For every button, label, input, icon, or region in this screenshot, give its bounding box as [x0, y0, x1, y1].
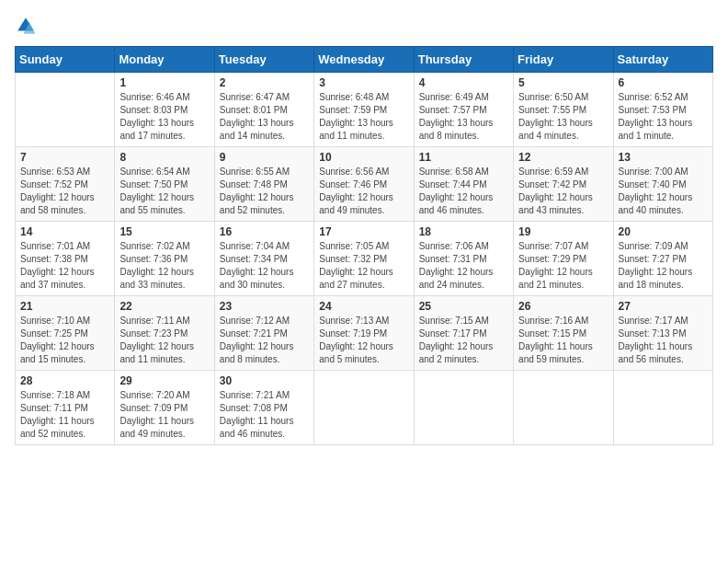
- day-number: 20: [619, 225, 708, 238]
- day-number: 15: [119, 225, 209, 238]
- calendar-week-row: 7Sunrise: 6:53 AMSunset: 7:52 PMDaylight…: [16, 147, 713, 222]
- day-info: Sunrise: 7:21 AMSunset: 7:08 PMDaylight:…: [220, 389, 309, 441]
- calendar-table: SundayMondayTuesdayWednesdayThursdayFrid…: [15, 46, 713, 445]
- day-number: 13: [619, 151, 708, 164]
- weekday-header-tuesday: Tuesday: [214, 47, 313, 73]
- day-info: Sunrise: 7:15 AMSunset: 7:17 PMDaylight:…: [419, 315, 508, 366]
- day-number: 12: [518, 151, 608, 164]
- weekday-header-sunday: Sunday: [16, 47, 115, 73]
- calendar-cell: 3Sunrise: 6:48 AMSunset: 7:59 PMDaylight…: [314, 73, 414, 147]
- calendar-cell: 9Sunrise: 6:55 AMSunset: 7:48 PMDaylight…: [214, 147, 313, 222]
- weekday-header-thursday: Thursday: [414, 47, 513, 73]
- day-number: 1: [119, 76, 209, 89]
- calendar-cell: 4Sunrise: 6:49 AMSunset: 7:57 PMDaylight…: [414, 73, 513, 147]
- calendar-cell: 15Sunrise: 7:02 AMSunset: 7:36 PMDayligh…: [115, 222, 214, 296]
- day-number: 24: [319, 300, 408, 313]
- day-info: Sunrise: 7:00 AMSunset: 7:40 PMDaylight:…: [619, 166, 708, 217]
- calendar-cell: 24Sunrise: 7:13 AMSunset: 7:19 PMDayligh…: [314, 296, 414, 371]
- calendar-week-row: 1Sunrise: 6:46 AMSunset: 8:03 PMDaylight…: [16, 73, 713, 147]
- day-info: Sunrise: 7:17 AMSunset: 7:13 PMDaylight:…: [619, 315, 708, 366]
- day-number: 30: [220, 374, 309, 387]
- day-number: 7: [20, 151, 109, 164]
- calendar-cell: 27Sunrise: 7:17 AMSunset: 7:13 PMDayligh…: [613, 296, 712, 371]
- day-info: Sunrise: 6:54 AMSunset: 7:50 PMDaylight:…: [119, 166, 209, 217]
- calendar-cell: 16Sunrise: 7:04 AMSunset: 7:34 PMDayligh…: [214, 222, 313, 296]
- day-info: Sunrise: 6:49 AMSunset: 7:57 PMDaylight:…: [419, 91, 508, 143]
- calendar-week-row: 21Sunrise: 7:10 AMSunset: 7:25 PMDayligh…: [16, 296, 713, 371]
- day-number: 17: [319, 225, 408, 238]
- day-number: 3: [319, 76, 408, 89]
- day-number: 8: [119, 151, 209, 164]
- calendar-cell: 29Sunrise: 7:20 AMSunset: 7:09 PMDayligh…: [115, 371, 214, 445]
- day-number: 22: [119, 300, 209, 313]
- day-info: Sunrise: 7:09 AMSunset: 7:27 PMDaylight:…: [619, 240, 708, 292]
- calendar-cell: [514, 371, 613, 445]
- day-info: Sunrise: 7:05 AMSunset: 7:32 PMDaylight:…: [319, 240, 408, 292]
- day-info: Sunrise: 7:18 AMSunset: 7:11 PMDaylight:…: [20, 389, 109, 441]
- calendar-cell: 22Sunrise: 7:11 AMSunset: 7:23 PMDayligh…: [115, 296, 214, 371]
- weekday-header-friday: Friday: [514, 47, 613, 73]
- calendar-cell: 19Sunrise: 7:07 AMSunset: 7:29 PMDayligh…: [514, 222, 613, 296]
- day-number: 18: [419, 225, 508, 238]
- calendar-cell: [16, 73, 115, 147]
- calendar-cell: 10Sunrise: 6:56 AMSunset: 7:46 PMDayligh…: [314, 147, 414, 222]
- day-info: Sunrise: 7:12 AMSunset: 7:21 PMDaylight:…: [220, 315, 309, 366]
- day-number: 16: [220, 225, 309, 238]
- calendar-cell: 30Sunrise: 7:21 AMSunset: 7:08 PMDayligh…: [214, 371, 313, 445]
- day-number: 10: [319, 151, 408, 164]
- weekday-header-monday: Monday: [115, 47, 214, 73]
- day-number: 28: [20, 374, 109, 387]
- calendar-cell: 7Sunrise: 6:53 AMSunset: 7:52 PMDaylight…: [16, 147, 115, 222]
- day-number: 5: [518, 76, 608, 89]
- calendar-cell: 18Sunrise: 7:06 AMSunset: 7:31 PMDayligh…: [414, 222, 513, 296]
- day-number: 21: [20, 300, 109, 313]
- day-info: Sunrise: 6:47 AMSunset: 8:01 PMDaylight:…: [220, 91, 309, 143]
- day-info: Sunrise: 7:04 AMSunset: 7:34 PMDaylight:…: [220, 240, 309, 292]
- day-number: 6: [619, 76, 708, 89]
- day-number: 27: [619, 300, 708, 313]
- day-number: 23: [220, 300, 309, 313]
- day-info: Sunrise: 7:06 AMSunset: 7:31 PMDaylight:…: [419, 240, 508, 292]
- day-number: 26: [518, 300, 608, 313]
- calendar-cell: 8Sunrise: 6:54 AMSunset: 7:50 PMDaylight…: [115, 147, 214, 222]
- day-info: Sunrise: 6:55 AMSunset: 7:48 PMDaylight:…: [220, 166, 309, 217]
- day-info: Sunrise: 6:48 AMSunset: 7:59 PMDaylight:…: [319, 91, 408, 143]
- day-number: 4: [419, 76, 508, 89]
- weekday-header-saturday: Saturday: [613, 47, 712, 73]
- day-info: Sunrise: 6:58 AMSunset: 7:44 PMDaylight:…: [419, 166, 508, 217]
- day-info: Sunrise: 7:13 AMSunset: 7:19 PMDaylight:…: [319, 315, 408, 366]
- day-number: 19: [518, 225, 608, 238]
- page-header: [15, 15, 713, 37]
- calendar-cell: [414, 371, 513, 445]
- day-number: 25: [419, 300, 508, 313]
- day-info: Sunrise: 7:20 AMSunset: 7:09 PMDaylight:…: [119, 389, 209, 441]
- calendar-week-row: 14Sunrise: 7:01 AMSunset: 7:38 PMDayligh…: [16, 222, 713, 296]
- day-info: Sunrise: 6:59 AMSunset: 7:42 PMDaylight:…: [518, 166, 608, 217]
- day-info: Sunrise: 6:52 AMSunset: 7:53 PMDaylight:…: [619, 91, 708, 143]
- calendar-cell: 17Sunrise: 7:05 AMSunset: 7:32 PMDayligh…: [314, 222, 414, 296]
- calendar-cell: [613, 371, 712, 445]
- logo-icon: [15, 15, 37, 37]
- calendar-cell: 2Sunrise: 6:47 AMSunset: 8:01 PMDaylight…: [214, 73, 313, 147]
- calendar-cell: 21Sunrise: 7:10 AMSunset: 7:25 PMDayligh…: [16, 296, 115, 371]
- calendar-cell: 5Sunrise: 6:50 AMSunset: 7:55 PMDaylight…: [514, 73, 613, 147]
- calendar-cell: 6Sunrise: 6:52 AMSunset: 7:53 PMDaylight…: [613, 73, 712, 147]
- day-number: 9: [220, 151, 309, 164]
- day-info: Sunrise: 6:56 AMSunset: 7:46 PMDaylight:…: [319, 166, 408, 217]
- day-number: 11: [419, 151, 508, 164]
- calendar-cell: 23Sunrise: 7:12 AMSunset: 7:21 PMDayligh…: [214, 296, 313, 371]
- day-info: Sunrise: 6:50 AMSunset: 7:55 PMDaylight:…: [518, 91, 608, 143]
- day-number: 2: [220, 76, 309, 89]
- day-info: Sunrise: 7:16 AMSunset: 7:15 PMDaylight:…: [518, 315, 608, 366]
- calendar-cell: 28Sunrise: 7:18 AMSunset: 7:11 PMDayligh…: [16, 371, 115, 445]
- calendar-cell: 1Sunrise: 6:46 AMSunset: 8:03 PMDaylight…: [115, 73, 214, 147]
- weekday-header-wednesday: Wednesday: [314, 47, 414, 73]
- weekday-header-row: SundayMondayTuesdayWednesdayThursdayFrid…: [16, 47, 713, 73]
- day-info: Sunrise: 7:10 AMSunset: 7:25 PMDaylight:…: [20, 315, 109, 366]
- calendar-cell: 13Sunrise: 7:00 AMSunset: 7:40 PMDayligh…: [613, 147, 712, 222]
- day-info: Sunrise: 7:02 AMSunset: 7:36 PMDaylight:…: [119, 240, 209, 292]
- day-info: Sunrise: 7:11 AMSunset: 7:23 PMDaylight:…: [119, 315, 209, 366]
- calendar-cell: 14Sunrise: 7:01 AMSunset: 7:38 PMDayligh…: [16, 222, 115, 296]
- day-info: Sunrise: 7:01 AMSunset: 7:38 PMDaylight:…: [20, 240, 109, 292]
- logo: [15, 15, 40, 37]
